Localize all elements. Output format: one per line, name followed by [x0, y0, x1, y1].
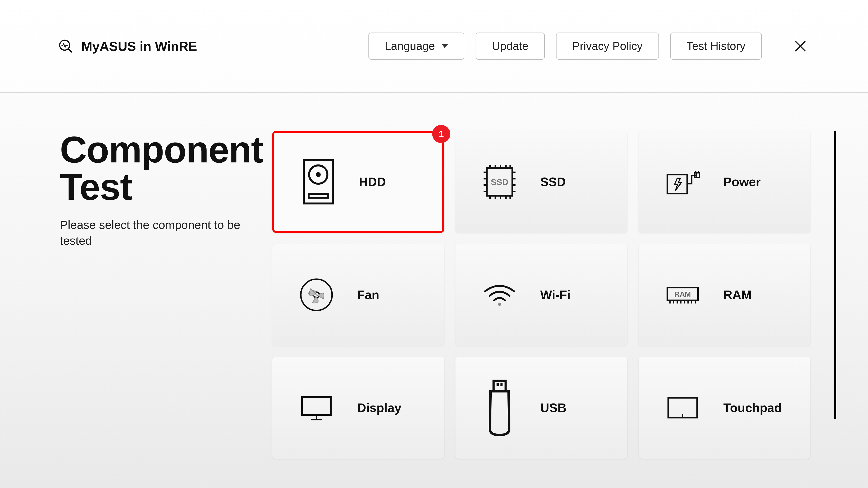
header-bar: MyASUS in WinRE Language Update Privacy … [0, 0, 868, 93]
scrollbar[interactable] [834, 131, 836, 419]
svg-rect-49 [497, 383, 499, 386]
heartbeat-magnifier-icon [59, 39, 72, 53]
close-icon [794, 40, 807, 53]
card-ram[interactable]: RAM RAM [639, 244, 810, 346]
hdd-icon [300, 159, 336, 204]
svg-point-6 [316, 172, 320, 177]
component-grid-wrap: 1 HDD SSD [272, 131, 839, 488]
test-history-button[interactable]: Test History [670, 33, 762, 60]
page-title-line1: Component [60, 129, 263, 170]
brand: MyASUS in WinRE [59, 39, 197, 54]
card-hdd-label: HDD [359, 175, 386, 189]
chevron-down-icon [442, 44, 448, 48]
power-icon [664, 159, 701, 204]
test-history-label: Test History [686, 39, 745, 53]
card-ssd[interactable]: SSD SSD [456, 131, 627, 233]
main-content: Component Test Please select the compone… [0, 93, 868, 488]
svg-rect-48 [493, 381, 505, 391]
notification-badge: 1 [432, 125, 450, 143]
touchpad-icon [664, 385, 701, 430]
page-title-line2: Test [60, 166, 132, 207]
privacy-policy-label: Privacy Policy [572, 39, 643, 53]
language-dropdown[interactable]: Language [368, 33, 464, 60]
app-title: MyASUS in WinRE [81, 39, 197, 54]
svg-rect-45 [302, 397, 331, 415]
page-heading-block: Component Test Please select the compone… [60, 131, 272, 488]
svg-point-35 [498, 303, 501, 306]
card-hdd[interactable]: 1 HDD [272, 131, 444, 233]
card-ram-label: RAM [723, 288, 752, 302]
card-touchpad-label: Touchpad [723, 400, 782, 415]
close-button[interactable] [791, 37, 809, 55]
fan-icon [298, 272, 335, 318]
privacy-policy-button[interactable]: Privacy Policy [556, 33, 659, 60]
component-grid: 1 HDD SSD [272, 131, 839, 459]
header-actions: Language Update Privacy Policy Test Hist… [368, 33, 809, 60]
svg-rect-50 [500, 383, 502, 386]
page-title: Component Test [60, 131, 272, 205]
update-button[interactable]: Update [475, 33, 545, 60]
usb-icon [482, 385, 518, 430]
card-usb[interactable]: USB [456, 357, 627, 459]
ram-icon: RAM [664, 272, 701, 318]
card-power[interactable]: Power [639, 131, 810, 233]
card-wifi[interactable]: Wi-Fi [456, 244, 627, 346]
ssd-icon: SSD [482, 159, 518, 204]
page-subtitle: Please select the component to be tested [60, 217, 272, 249]
card-wifi-label: Wi-Fi [540, 288, 570, 302]
card-power-label: Power [723, 175, 761, 189]
ssd-icon-text: SSD [491, 177, 508, 187]
card-ssd-label: SSD [540, 175, 566, 189]
language-label: Language [385, 39, 435, 53]
card-fan-label: Fan [357, 288, 379, 302]
svg-line-1 [68, 49, 71, 52]
display-icon [298, 385, 335, 430]
card-fan[interactable]: Fan [272, 244, 444, 346]
svg-rect-7 [309, 194, 328, 198]
card-display[interactable]: Display [272, 357, 444, 459]
update-label: Update [492, 39, 528, 53]
wifi-icon [482, 272, 518, 318]
card-usb-label: USB [540, 400, 566, 415]
svg-marker-28 [675, 178, 681, 191]
card-touchpad[interactable]: Touchpad [639, 357, 810, 459]
card-display-label: Display [357, 400, 401, 415]
ram-icon-text: RAM [675, 290, 691, 298]
